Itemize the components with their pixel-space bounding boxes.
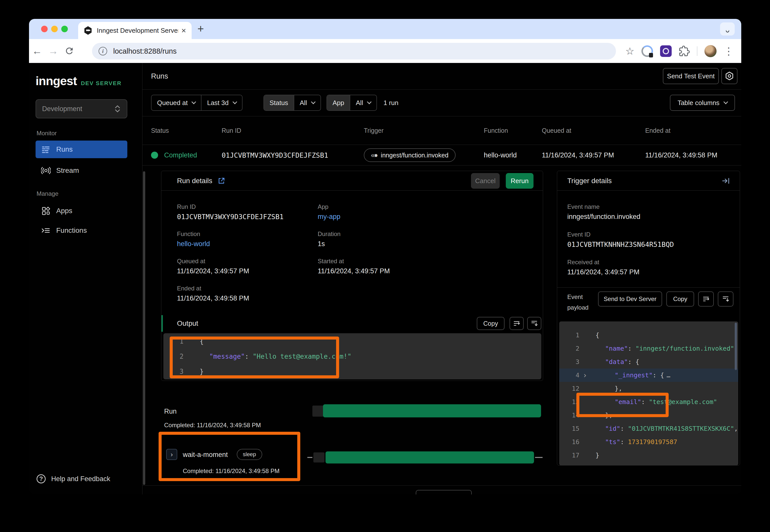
- payload-wrap-lines-icon-button[interactable]: [698, 291, 714, 307]
- settings-gear-button[interactable]: [721, 68, 738, 84]
- code-line-17: 17}: [559, 449, 738, 462]
- app-filter-label: App: [327, 95, 350, 110]
- trigger-badge[interactable]: «●inngest/function.invoked: [364, 148, 456, 162]
- code-text: }: [591, 452, 599, 459]
- started-at-label: Started at: [318, 258, 344, 265]
- sidebar-item-stream[interactable]: Stream: [36, 162, 127, 179]
- scroll-to-bottom-icon-button[interactable]: [527, 317, 541, 330]
- send-to-dev-server-button[interactable]: Send to Dev Server: [598, 291, 662, 307]
- traffic-light-close[interactable]: [41, 26, 48, 32]
- sidebar-item-label: Apps: [56, 207, 72, 215]
- code-line-15: 15"id": "01JCVBTMTKR41S8STTKEXSKX6C",: [559, 422, 738, 435]
- code-text: "message": "Hello test@example.com!": [195, 353, 351, 360]
- load-more-button[interactable]: [416, 490, 472, 494]
- code-text: },: [591, 412, 613, 419]
- sidebar-item-apps[interactable]: Apps: [36, 202, 127, 220]
- back-button[interactable]: ←: [29, 45, 45, 57]
- output-header: Output Copy: [161, 315, 543, 332]
- tab-search-button[interactable]: [720, 22, 735, 36]
- password-manager-extension-icon[interactable]: [642, 45, 653, 57]
- page-title: Runs: [151, 72, 168, 80]
- external-link-icon[interactable]: [217, 177, 226, 185]
- output-copy-button[interactable]: Copy: [477, 317, 504, 330]
- code-line-13: 13"email": "test@example.com": [559, 395, 738, 409]
- main-scrollbar[interactable]: [143, 171, 145, 485]
- step-kind-badge: sleep: [237, 449, 262, 460]
- function-link[interactable]: hello-world: [177, 240, 210, 248]
- row-status: Completed: [164, 151, 197, 159]
- table-row[interactable]: Completed 01JCVBTMV3WXY9D3CFDEJFZSB1 «●i…: [142, 145, 741, 165]
- output-code-block[interactable]: 1{2"message": "Hello test@example.com!"3…: [163, 333, 541, 379]
- reload-button[interactable]: [61, 46, 77, 56]
- time-field-dropdown[interactable]: Queued at: [151, 95, 201, 110]
- code-line-14: 14},: [559, 409, 738, 422]
- help-and-feedback[interactable]: ? Help and Feedback: [37, 474, 110, 483]
- line-number: 1: [163, 338, 183, 345]
- sidebar-item-functions[interactable]: Functions: [36, 222, 127, 239]
- table-columns-button[interactable]: Table columns: [670, 95, 735, 111]
- code-text: },: [591, 385, 622, 392]
- cancel-button[interactable]: Cancel: [471, 173, 500, 189]
- payload-copy-button[interactable]: Copy: [666, 291, 694, 307]
- started-at-value: 11/16/2024, 3:49:57 PM: [318, 267, 390, 275]
- browser-window: Inngest Development Server × + ← → i loc…: [29, 19, 741, 494]
- app-filter[interactable]: App All: [327, 95, 377, 111]
- site-info-icon[interactable]: i: [98, 47, 107, 55]
- app-filter-dropdown[interactable]: All: [350, 95, 376, 110]
- dev-server-badge: DEV SERVER: [81, 80, 121, 87]
- purple-extension-icon[interactable]: [660, 45, 672, 57]
- bookmark-star-icon[interactable]: ☆: [625, 45, 634, 57]
- column-status: Status: [151, 116, 169, 145]
- chevron-down-icon: [725, 28, 730, 33]
- traffic-light-minimize[interactable]: [51, 26, 58, 32]
- profile-avatar[interactable]: [705, 45, 717, 57]
- wrap-lines-icon-button[interactable]: [509, 317, 524, 330]
- function-label: Function: [177, 230, 200, 238]
- help-label: Help and Feedback: [51, 475, 110, 483]
- environment-select[interactable]: Development: [36, 99, 127, 118]
- line-number: 17: [559, 452, 580, 459]
- code-text: "ts": 1731790197587: [591, 438, 677, 446]
- collapse-panel-icon[interactable]: [722, 177, 730, 185]
- payload-scrollbar[interactable]: [735, 323, 737, 370]
- forward-button[interactable]: →: [45, 45, 61, 57]
- url-bar[interactable]: i localhost:8288/runs: [92, 43, 616, 59]
- app-link[interactable]: my-app: [318, 213, 340, 221]
- sidebar-item-label: Functions: [56, 226, 87, 235]
- event-name-label: Event name: [567, 203, 600, 210]
- table-header: Status Run ID Trigger Function Queued at…: [142, 116, 741, 145]
- tab-close-icon[interactable]: ×: [181, 26, 186, 35]
- run-timeline-bar[interactable]: [323, 404, 541, 417]
- line-number: 3: [163, 368, 183, 375]
- status-filter-dropdown[interactable]: All: [294, 95, 321, 110]
- step-expand-chevron[interactable]: ›: [166, 449, 177, 460]
- event-payload-code-block[interactable]: 1{2"name": "inngest/function.invoked",3"…: [559, 321, 738, 465]
- sidebar-item-runs[interactable]: Runs: [36, 141, 127, 158]
- traffic-light-zoom[interactable]: [61, 26, 68, 32]
- time-field-filter[interactable]: Queued at Last 3d: [151, 95, 243, 111]
- filter-bar: Queued at Last 3d Status All App All 1 r…: [142, 89, 741, 116]
- url-text: localhost:8288/runs: [113, 47, 177, 55]
- extensions-puzzle-icon[interactable]: [679, 46, 690, 57]
- line-number: 14: [559, 412, 580, 419]
- step-timeline-bar[interactable]: [326, 451, 534, 463]
- collapse-chevron-icon[interactable]: ›: [580, 371, 591, 380]
- browser-tab[interactable]: Inngest Development Server ×: [78, 22, 191, 39]
- event-payload-label-2: payload: [567, 304, 589, 311]
- row-ended-at: 11/16/2024, 3:49:58 PM: [645, 145, 717, 165]
- rerun-button[interactable]: Rerun: [506, 173, 533, 189]
- new-tab-button[interactable]: +: [198, 22, 204, 35]
- received-at-label: Received at: [567, 259, 599, 266]
- queued-at-label: Queued at: [177, 258, 205, 265]
- payload-scroll-bottom-icon-button[interactable]: [718, 291, 733, 307]
- send-test-event-button[interactable]: Send Test Event: [663, 68, 719, 84]
- column-ended-at: Ended at: [645, 116, 670, 145]
- time-range-dropdown[interactable]: Last 3d: [201, 95, 242, 110]
- line-number: 13: [559, 398, 580, 406]
- run-count: 1 run: [383, 89, 398, 116]
- duration-value: 1s: [318, 240, 325, 248]
- row-function: hello-world: [484, 145, 517, 165]
- browser-menu-icon[interactable]: ⋮: [724, 45, 734, 57]
- code-line-2: 2"name": "inngest/function.invoked",: [559, 342, 738, 355]
- status-filter[interactable]: Status All: [264, 95, 321, 111]
